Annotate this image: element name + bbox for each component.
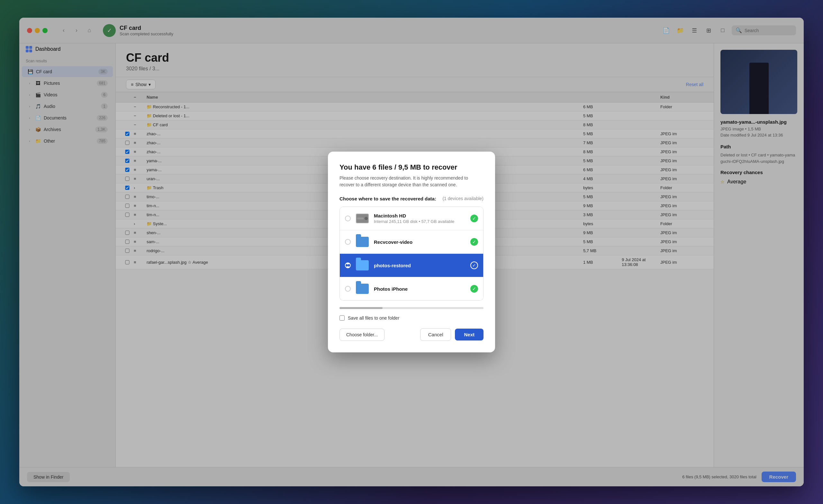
modal-description: Please choose recovery destination. It i… bbox=[339, 175, 484, 188]
device-item-macintosh-hd[interactable]: Macintosh HD Internal 245,11 GB disk • 5… bbox=[340, 207, 483, 230]
choose-folder-button[interactable]: Choose folder... bbox=[339, 329, 384, 341]
device-list: Macintosh HD Internal 245,11 GB disk • 5… bbox=[339, 207, 484, 301]
device-radio-photos-iphone bbox=[345, 286, 351, 292]
device-radio-macintosh-hd bbox=[345, 216, 351, 221]
device-item-photos-restored[interactable]: photos-restored ✓ bbox=[340, 254, 483, 277]
modal-title: You have 6 files / 9,5 MB to recover bbox=[339, 163, 484, 172]
device-item-recvcover-video[interactable]: Recvcover-video ✓ bbox=[340, 230, 483, 254]
folder-icon-1 bbox=[356, 237, 369, 247]
folder-icon-2 bbox=[356, 260, 369, 270]
modal-scrollbar[interactable] bbox=[339, 307, 484, 309]
hdd-icon-container bbox=[355, 211, 369, 226]
folder-icon-container-2 bbox=[355, 258, 369, 272]
modal-choose-text: Choose where to save the recovered data: bbox=[339, 196, 436, 201]
save-all-checkbox-container[interactable]: Save all files to one folder bbox=[339, 315, 484, 320]
device-check-photos-restored: ✓ bbox=[470, 261, 478, 269]
device-name-photos-restored: photos-restored bbox=[374, 263, 466, 268]
device-info-photos-iphone: Photos iPhone bbox=[374, 286, 466, 292]
folder-icon-container-3 bbox=[355, 282, 369, 296]
device-radio-photos-restored bbox=[345, 262, 351, 268]
hdd-icon bbox=[356, 214, 369, 223]
modal-footer: Choose folder... Cancel Next bbox=[339, 328, 484, 341]
device-info-recvcover-video: Recvcover-video bbox=[374, 239, 466, 245]
modal-scrollbar-thumb bbox=[339, 307, 382, 309]
svg-point-2 bbox=[364, 217, 368, 220]
folder-icon-container-1 bbox=[355, 235, 369, 249]
folder-icon-3 bbox=[356, 284, 369, 294]
modal-overlay: You have 6 files / 9,5 MB to recover Ple… bbox=[0, 0, 823, 504]
device-item-photos-iphone[interactable]: Photos iPhone ✓ bbox=[340, 277, 483, 300]
modal-devices-available: (1 devices available) bbox=[442, 196, 484, 201]
save-all-label: Save all files to one folder bbox=[348, 315, 399, 320]
save-all-checkbox[interactable] bbox=[339, 315, 345, 320]
modal-choose-label: Choose where to save the recovered data:… bbox=[339, 196, 484, 201]
next-button[interactable]: Next bbox=[455, 329, 484, 340]
device-name-recvcover-video: Recvcover-video bbox=[374, 239, 466, 245]
device-info-macintosh-hd: Macintosh HD Internal 245,11 GB disk • 5… bbox=[374, 213, 466, 224]
device-info-photos-restored: photos-restored bbox=[374, 263, 466, 268]
device-radio-recvcover-video bbox=[345, 239, 351, 245]
device-check-photos-iphone: ✓ bbox=[470, 285, 478, 293]
cancel-button[interactable]: Cancel bbox=[420, 328, 451, 341]
device-name-macintosh-hd: Macintosh HD bbox=[374, 213, 466, 218]
device-sub-macintosh-hd: Internal 245,11 GB disk • 57,7 GB availa… bbox=[374, 219, 466, 224]
svg-rect-3 bbox=[357, 218, 364, 219]
device-check-recvcover-video: ✓ bbox=[470, 238, 478, 246]
recovery-modal: You have 6 files / 9,5 MB to recover Ple… bbox=[328, 152, 495, 352]
device-name-photos-iphone: Photos iPhone bbox=[374, 286, 466, 292]
device-check-macintosh-hd: ✓ bbox=[470, 215, 478, 222]
